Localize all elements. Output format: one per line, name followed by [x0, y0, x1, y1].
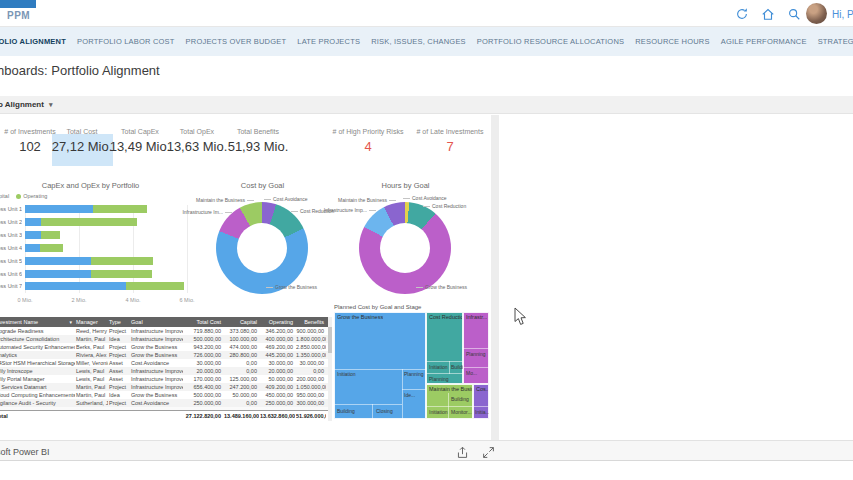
- kpi-total-opex[interactable]: Total OpEx13,63 Mio.: [167, 128, 228, 154]
- kpi-value: 102: [4, 139, 55, 154]
- dashboard-selector-label: Portfolio Alignment: [0, 100, 44, 109]
- table-scrollbar[interactable]: [328, 317, 332, 421]
- table-header-operating[interactable]: Operating: [259, 317, 295, 327]
- avatar[interactable]: [806, 3, 827, 24]
- tab-list: PORTFOLIO ALIGNMENTPORTFOLIO LABOR COSTP…: [0, 27, 853, 56]
- tab-agile-performance[interactable]: AGILE PERFORMANCE: [721, 37, 807, 46]
- treemap-stage-label-building: Building: [451, 396, 469, 402]
- bar-row[interactable]: [25, 257, 153, 265]
- refresh-icon[interactable]: [735, 7, 749, 21]
- dashboard-toolbar: Portfolio Alignment▾: [0, 96, 853, 114]
- table-row[interactable]: Vigilance Audit - SecuritySutherland, Jo…: [0, 399, 332, 407]
- table-cell: 200.000,00: [295, 375, 326, 383]
- table-row[interactable]: Upgrade ReadinessReed, HenryProjectInfra…: [0, 327, 332, 335]
- table-header-investment-name[interactable]: Investment Name▾: [0, 317, 75, 327]
- bar-x-tick: 0 Mio.: [10, 297, 40, 303]
- table-cell: Project: [108, 327, 130, 335]
- tab-resource-hours[interactable]: RESOURCE HOURS: [635, 37, 709, 46]
- table-row[interactable]: B4Stor HSM Hierarchical Storage ManagerM…: [0, 359, 332, 367]
- donut-label-line: [403, 198, 410, 199]
- bar-segment-capital: [25, 205, 93, 213]
- report-scrollbar[interactable]: [491, 115, 499, 461]
- fullscreen-icon[interactable]: [482, 445, 495, 458]
- tab-late-projects[interactable]: LATE PROJECTS: [297, 37, 360, 46]
- bar-category-label: Business Unit 6: [0, 271, 22, 277]
- treemap-divider: [463, 367, 489, 368]
- home-icon[interactable]: [761, 7, 775, 21]
- kpi-total-capex[interactable]: Total CapEx13,49 Mio.: [110, 128, 171, 154]
- table-header-benefits[interactable]: Benefits: [295, 317, 326, 327]
- table-cell: Analytics: [0, 351, 75, 359]
- user-greeting[interactable]: Hi, Peter: [832, 9, 853, 20]
- tab-portfolio-resource-allocations[interactable]: PORTFOLIO RESOURCE ALLOCATIONS: [477, 37, 624, 46]
- kpi-value: 13,63 Mio.: [167, 139, 228, 154]
- table-header-goal[interactable]: Goal: [130, 317, 183, 327]
- bar-x-tick: 2 Mio.: [64, 297, 94, 303]
- table-header-total-cost[interactable]: Total Cost: [183, 317, 223, 327]
- table-header-capital[interactable]: Capital: [223, 317, 259, 327]
- app-logo[interactable]: PPM: [7, 10, 30, 21]
- bar-chart-capex-opex[interactable]: CapEx and OpEx by Portfolio CapitalOpera…: [0, 181, 203, 307]
- treemap-cost-by-goal-and-stage[interactable]: Grow the BusinessInitiationPlanningBuild…: [334, 312, 489, 419]
- table-row[interactable]: IT Services DatamartMartin, PaulProjectI…: [0, 383, 332, 391]
- tab-strategic-outcomes[interactable]: STRATEGIC OUTCOMES: [818, 37, 853, 46]
- table-total-cell: 13.489.160,00: [223, 411, 259, 421]
- kpi-total-benefits[interactable]: Total Benefits51,93 Mio.: [228, 128, 289, 154]
- investments-table[interactable]: Investment Name▾ManagerTypeGoalTotal Cos…: [0, 317, 332, 421]
- investments-table-body: Investment Name▾ManagerTypeGoalTotal Cos…: [0, 317, 332, 421]
- donut2-ring: [359, 202, 451, 294]
- kpi-of-investments[interactable]: # of Investments102: [4, 128, 55, 154]
- table-header-type[interactable]: Type: [108, 317, 130, 327]
- donut-label-line: [291, 211, 298, 212]
- table-scrollbar-thumb[interactable]: [328, 327, 332, 353]
- share-icon[interactable]: [456, 445, 469, 458]
- bar-segment-operating: [91, 270, 152, 278]
- legend-label-capital: Capital: [0, 193, 9, 199]
- kpi-total-cost[interactable]: Total Cost27,12 Mio.: [52, 128, 113, 154]
- treemap-divider: [402, 369, 403, 419]
- table-cell: 943.200,00: [183, 343, 223, 351]
- tab-portfolio-alignment[interactable]: PORTFOLIO ALIGNMENT: [0, 37, 66, 46]
- table-cell: IT Services Datamart: [0, 383, 75, 391]
- kpi-label: Total CapEx: [110, 128, 171, 135]
- table-cell: 1.800.000,00: [295, 335, 326, 343]
- table-total-cell: 27.122.820,00: [183, 411, 223, 421]
- table-cell: 50.000,00: [259, 375, 295, 383]
- treemap-divider: [402, 389, 426, 390]
- bar-row[interactable]: [25, 282, 184, 290]
- table-row[interactable]: Automated Security EnhancementsBerks, Pa…: [0, 343, 332, 351]
- treemap-stage-label-closing: Closing: [376, 408, 393, 414]
- table-cell: 950.000,00: [295, 391, 326, 399]
- bar-row[interactable]: [25, 218, 137, 226]
- table-cell: 500.000,00: [183, 335, 223, 343]
- bar-segment-operating: [41, 231, 60, 239]
- table-row[interactable]: Wily IntroscopeLewis, PaulAssetInfrastru…: [0, 367, 332, 375]
- bar-row[interactable]: [25, 270, 152, 278]
- table-cell: 125.000,00: [223, 375, 259, 383]
- tab-projects-over-budget[interactable]: PROJECTS OVER BUDGET: [186, 37, 287, 46]
- treemap-group-label: Infrastr...: [466, 314, 487, 320]
- table-cell: Martin, Paul: [75, 391, 108, 399]
- bar-row[interactable]: [25, 205, 147, 213]
- tab-risk-issues-changes[interactable]: RISK, ISSUES, CHANGES: [371, 37, 466, 46]
- kpi-of-late-investments[interactable]: # of Late Investments7: [417, 128, 484, 154]
- search-icon[interactable]: [787, 7, 801, 21]
- bar-row[interactable]: [25, 231, 60, 239]
- table-row[interactable]: Wily Portal ManagerLewis, PaulAssetInfra…: [0, 375, 332, 383]
- table-row[interactable]: AnalyticsRiviera, AlexProjectGrow the Bu…: [0, 351, 332, 359]
- table-header-row: Investment Name▾ManagerTypeGoalTotal Cos…: [0, 317, 332, 327]
- table-cell: 346.200,00: [259, 327, 295, 335]
- table-row[interactable]: Cloud Computing EnhancementsMartin, Paul…: [0, 391, 332, 399]
- treemap-group-label: Maintain the Busin...: [429, 386, 472, 392]
- table-row[interactable]: Architecture ConsolidationMartin, PaulId…: [0, 335, 332, 343]
- kpi-value: 27,12 Mio.: [52, 139, 113, 154]
- tab-portfolio-labor-cost[interactable]: PORTFOLIO LABOR COST: [77, 37, 175, 46]
- table-cell: 30.000,00: [295, 359, 326, 367]
- donut1-title: Cost by Goal: [190, 181, 335, 190]
- bar-row[interactable]: [25, 244, 63, 252]
- kpi-of-high-priority-risks[interactable]: # of High Priority Risks4: [333, 128, 404, 154]
- treemap-cell-grow-the-business[interactable]: [334, 312, 426, 419]
- table-cell: Cost Avoidance: [130, 359, 183, 367]
- table-header-manager[interactable]: Manager: [75, 317, 108, 327]
- dashboard-selector[interactable]: Portfolio Alignment▾: [0, 100, 52, 109]
